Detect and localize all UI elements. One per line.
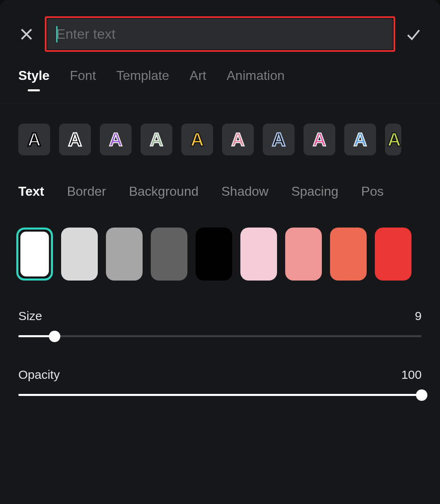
preset-2[interactable]: A bbox=[59, 124, 91, 155]
opacity-slider-thumb[interactable] bbox=[416, 389, 427, 401]
size-value: 9 bbox=[415, 309, 422, 323]
preset-6[interactable]: A bbox=[222, 124, 254, 155]
confirm-button[interactable] bbox=[403, 24, 424, 44]
color-swatch-darkgray[interactable] bbox=[151, 228, 187, 281]
tab-font[interactable]: Font bbox=[70, 68, 96, 91]
sub-tab-spacing[interactable]: Spacing bbox=[291, 184, 339, 199]
sub-tab-text[interactable]: Text bbox=[18, 184, 44, 199]
close-button[interactable] bbox=[16, 24, 37, 44]
sub-tab-position[interactable]: Pos bbox=[361, 184, 384, 199]
text-input-highlight bbox=[45, 16, 395, 52]
style-presets-row: A A A A A A A A A A bbox=[0, 103, 440, 176]
tab-style[interactable]: Style bbox=[18, 68, 49, 91]
preset-3[interactable]: A bbox=[100, 124, 132, 155]
size-slider-thumb[interactable] bbox=[49, 331, 60, 342]
sub-tab-border[interactable]: Border bbox=[67, 184, 106, 199]
tab-animation[interactable]: Animation bbox=[227, 68, 284, 91]
size-slider[interactable] bbox=[18, 335, 422, 337]
preset-7[interactable]: A bbox=[263, 124, 295, 155]
tab-art[interactable]: Art bbox=[189, 68, 206, 91]
sub-tab-shadow[interactable]: Shadow bbox=[221, 184, 268, 199]
color-swatch-salmon[interactable] bbox=[285, 228, 322, 281]
close-icon bbox=[18, 26, 35, 42]
style-sub-tabs: Text Border Background Shadow Spacing Po… bbox=[0, 176, 440, 215]
color-swatch-white[interactable] bbox=[16, 228, 53, 281]
opacity-slider-section: Opacity 100 bbox=[0, 345, 440, 404]
opacity-slider[interactable] bbox=[18, 394, 422, 396]
preset-9[interactable]: A bbox=[344, 124, 376, 155]
header-bar bbox=[0, 16, 440, 68]
preset-8[interactable]: A bbox=[304, 124, 335, 155]
color-swatch-coral[interactable] bbox=[330, 228, 367, 281]
color-swatches-row bbox=[0, 215, 440, 297]
sub-tab-background[interactable]: Background bbox=[129, 184, 198, 199]
size-label: Size bbox=[18, 309, 42, 323]
color-swatch-lightgray[interactable] bbox=[61, 228, 98, 281]
preset-1[interactable]: A bbox=[18, 124, 50, 155]
size-slider-section: Size 9 bbox=[0, 297, 440, 345]
check-icon bbox=[405, 26, 422, 42]
preset-4[interactable]: A bbox=[141, 124, 172, 155]
text-edit-panel: Style Font Template Art Animation A A A … bbox=[0, 0, 440, 504]
color-swatch-lightpink[interactable] bbox=[240, 228, 277, 281]
preset-10[interactable]: A bbox=[385, 124, 401, 155]
tab-template[interactable]: Template bbox=[117, 68, 169, 91]
color-swatch-gray[interactable] bbox=[106, 228, 143, 281]
color-swatch-black[interactable] bbox=[196, 228, 232, 281]
text-cursor bbox=[56, 26, 57, 42]
color-swatch-red[interactable] bbox=[375, 228, 411, 281]
main-tabs: Style Font Template Art Animation bbox=[0, 68, 440, 103]
opacity-label: Opacity bbox=[18, 368, 60, 382]
preset-5[interactable]: A bbox=[181, 124, 213, 155]
opacity-value: 100 bbox=[401, 368, 422, 382]
text-input[interactable] bbox=[47, 19, 393, 49]
